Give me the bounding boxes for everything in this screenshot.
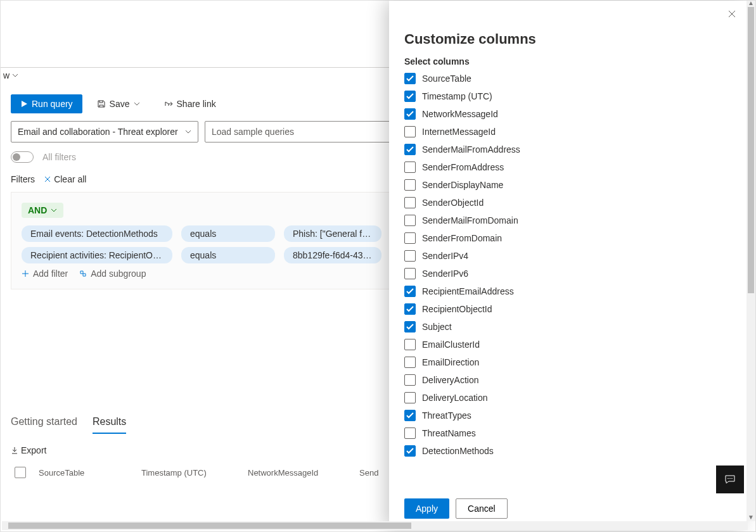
checkbox[interactable] (404, 179, 416, 191)
chat-fab[interactable] (716, 466, 744, 493)
column-option[interactable]: SourceTable (404, 73, 731, 84)
all-filters-toggle[interactable] (11, 151, 34, 163)
share-link-button[interactable]: Share link (155, 94, 226, 113)
play-icon (20, 100, 28, 108)
column-header[interactable]: Send (359, 468, 391, 478)
category-select[interactable]: Email and collaboration - Threat explore… (11, 121, 198, 142)
select-all-checkbox[interactable] (15, 467, 26, 478)
column-option[interactable]: DeliveryAction (404, 374, 731, 386)
filters-label: Filters (11, 174, 35, 184)
tab-getting-started[interactable]: Getting started (11, 416, 77, 434)
plus-icon (22, 270, 29, 277)
close-icon (727, 10, 736, 18)
panel-footer: Apply Cancel (404, 490, 731, 519)
column-option-label: DeliveryAction (422, 375, 478, 385)
column-option-label: EmailDirection (422, 357, 479, 367)
filter-field-pill[interactable]: Email events: DetectionMethods (22, 225, 172, 242)
checkbox[interactable] (404, 392, 416, 403)
run-query-button[interactable]: Run query (11, 94, 82, 113)
cancel-button[interactable]: Cancel (456, 498, 508, 519)
column-option[interactable]: Timestamp (UTC) (404, 91, 731, 102)
view-dropdown[interactable]: w (3, 70, 18, 80)
export-button[interactable]: Export (11, 445, 46, 455)
column-option[interactable]: DeliveryLocation (404, 392, 731, 403)
checkbox[interactable] (404, 91, 416, 102)
customize-columns-panel: Customize columns Select columns SourceT… (389, 1, 746, 529)
column-option[interactable]: SenderDisplayName (404, 179, 731, 191)
checkbox[interactable] (404, 126, 416, 137)
column-option-label: ThreatTypes (422, 410, 471, 421)
column-option-label: Timestamp (UTC) (422, 91, 492, 101)
column-option-label: Subject (422, 322, 452, 332)
clear-all-link[interactable]: Clear all (44, 174, 86, 184)
checkbox[interactable] (404, 374, 416, 386)
all-filters-label: All filters (42, 152, 76, 162)
tab-results[interactable]: Results (93, 416, 126, 434)
and-operator-chip[interactable]: AND (22, 203, 63, 218)
vertical-scrollbar[interactable]: ▲ ▼ (746, 1, 755, 521)
column-option[interactable]: EmailClusterId (404, 339, 731, 350)
checkbox[interactable] (404, 108, 416, 120)
checkbox[interactable] (404, 410, 416, 421)
column-option[interactable]: SenderMailFromDomain (404, 215, 731, 226)
scroll-down-arrow[interactable]: ▼ (746, 514, 755, 522)
scrollbar-thumb[interactable] (8, 522, 411, 529)
column-header[interactable]: NetworkMessageId (248, 468, 347, 478)
column-option[interactable]: ThreatNames (404, 428, 731, 439)
column-option[interactable]: SenderObjectId (404, 197, 731, 208)
column-option-label: SenderMailFromDomain (422, 215, 518, 225)
add-filter-label: Add filter (33, 269, 68, 279)
checkbox[interactable] (404, 303, 416, 315)
add-subgroup-link[interactable]: Add subgroup (79, 269, 146, 279)
checkbox[interactable] (404, 73, 416, 84)
close-icon (44, 175, 51, 183)
horizontal-scrollbar[interactable] (2, 521, 748, 530)
add-filter-link[interactable]: Add filter (22, 269, 68, 279)
apply-button[interactable]: Apply (404, 498, 449, 519)
column-option[interactable]: ThreatTypes (404, 410, 731, 421)
checkbox[interactable] (404, 232, 416, 244)
checkbox[interactable] (404, 321, 416, 332)
column-option[interactable]: InternetMessageId (404, 126, 731, 137)
checkbox[interactable] (404, 250, 416, 262)
svg-point-0 (727, 478, 729, 479)
column-header[interactable]: Timestamp (UTC) (141, 468, 235, 478)
column-header[interactable]: SourceTable (39, 468, 129, 478)
checkbox[interactable] (404, 144, 416, 155)
checkbox[interactable] (404, 286, 416, 297)
column-option-label: SenderMailFromAddress (422, 144, 520, 155)
checkbox[interactable] (404, 445, 416, 457)
close-button[interactable] (727, 10, 736, 20)
save-button[interactable]: Save (87, 94, 150, 113)
checkbox[interactable] (404, 215, 416, 226)
column-option[interactable]: Subject (404, 321, 731, 332)
column-option[interactable]: SenderIPv6 (404, 268, 731, 279)
scrollbar-thumb[interactable] (748, 7, 754, 293)
filter-value-pill[interactable]: 8bb129fe-f6d4-431f-8 (284, 247, 381, 263)
filter-op-pill[interactable]: equals (181, 225, 275, 242)
column-option[interactable]: SenderMailFromAddress (404, 144, 731, 155)
checkbox[interactable] (404, 357, 416, 368)
checkbox[interactable] (404, 339, 416, 350)
column-option[interactable]: EmailDirection (404, 357, 731, 368)
filter-value-pill[interactable]: Phish: ["General filter" (284, 225, 381, 242)
panel-subhead: Select columns (404, 56, 731, 66)
filter-op-pill[interactable]: equals (181, 247, 275, 263)
svg-point-1 (729, 478, 731, 479)
checkbox[interactable] (404, 268, 416, 279)
column-option[interactable]: SenderFromDomain (404, 232, 731, 244)
svg-point-2 (731, 478, 733, 479)
filter-field-pill[interactable]: Recipient activities: RecipientObj... (22, 247, 172, 263)
checkbox[interactable] (404, 162, 416, 173)
export-label: Export (21, 445, 46, 455)
chevron-down-icon (12, 73, 18, 77)
checkbox[interactable] (404, 428, 416, 439)
column-option[interactable]: RecipientObjectId (404, 303, 731, 315)
add-subgroup-label: Add subgroup (91, 269, 146, 279)
column-option[interactable]: SenderIPv4 (404, 250, 731, 262)
column-option[interactable]: RecipientEmailAddress (404, 286, 731, 297)
checkbox[interactable] (404, 197, 416, 208)
column-option[interactable]: NetworkMessageId (404, 108, 731, 120)
column-option[interactable]: DetectionMethods (404, 445, 731, 457)
column-option[interactable]: SenderFromAddress (404, 162, 731, 173)
